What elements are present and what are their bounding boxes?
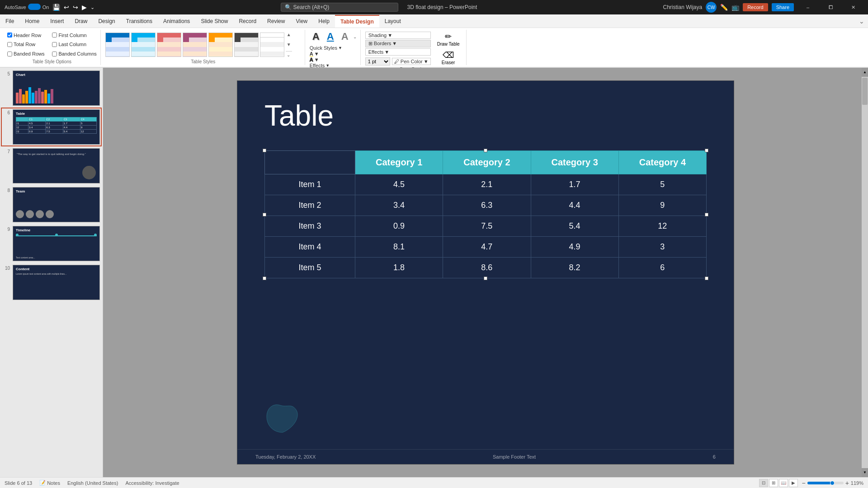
table-cell-item1-c3[interactable]: 1.7: [531, 174, 618, 195]
tab-table-design[interactable]: Table Design: [335, 15, 379, 28]
tab-record[interactable]: Record: [233, 15, 262, 27]
zoom-level[interactable]: 119%: [851, 480, 863, 486]
accessibility-button[interactable]: Accessibility: Investigate: [125, 480, 179, 486]
handle-bottom-left[interactable]: [263, 277, 266, 280]
last-column-checkbox[interactable]: [52, 42, 57, 47]
table-cell-item4-c2[interactable]: 4.7: [443, 237, 531, 258]
slide-thumb-10[interactable]: Content Lorem ipsum text content area wi…: [13, 265, 100, 300]
tab-insert[interactable]: Insert: [45, 15, 69, 27]
styles-scroll-up[interactable]: ▲: [286, 31, 292, 38]
handle-bottom-right[interactable]: [705, 277, 708, 280]
total-row-checkbox-label[interactable]: Total Row: [7, 41, 52, 49]
slide-item-7[interactable]: 7 "The way to get started is to quit tal…: [2, 147, 101, 184]
close-button[interactable]: ✕: [843, 0, 863, 14]
undo-icon[interactable]: ↩: [64, 4, 69, 11]
slide-sorter-button[interactable]: ⊞: [769, 479, 778, 487]
first-column-checkbox[interactable]: [52, 33, 57, 38]
header-row-checkbox-label[interactable]: Header Row: [7, 31, 52, 39]
table-cell-item3-c2[interactable]: 7.5: [443, 216, 531, 237]
wordart-a-2[interactable]: A: [324, 31, 337, 42]
banded-columns-checkbox-label[interactable]: Banded Columns: [52, 50, 96, 58]
tab-transitions[interactable]: Transitions: [121, 15, 158, 27]
banded-rows-checkbox[interactable]: [7, 52, 12, 56]
effects-button[interactable]: Effects ▼: [365, 48, 431, 56]
shading-button[interactable]: Shading ▼: [365, 32, 431, 39]
draw-table-button[interactable]: ✏ Draw Table: [434, 31, 462, 47]
scroll-down-arrow[interactable]: ▼: [862, 468, 868, 477]
wordart-dropdown[interactable]: ⌄: [353, 34, 357, 39]
tab-review[interactable]: Review: [262, 15, 290, 27]
table-style-3[interactable]: [157, 33, 181, 57]
slide-item-10[interactable]: 10 Content Lorem ipsum text content area…: [2, 264, 101, 301]
table-cell-item2-c4[interactable]: 9: [618, 195, 706, 216]
scroll-up-arrow[interactable]: ▲: [862, 68, 868, 77]
slide-item-8[interactable]: 8 Team: [2, 186, 101, 223]
slide-thumb-5[interactable]: Chart: [13, 70, 100, 106]
table-cell-item2[interactable]: Item 2: [265, 195, 355, 216]
handle-top-center[interactable]: [484, 149, 487, 152]
tab-file[interactable]: File: [0, 15, 19, 27]
zoom-out-button[interactable]: −: [802, 479, 805, 487]
table-header-cat4[interactable]: Category 4: [618, 151, 706, 174]
table-cell-item2-c3[interactable]: 4.4: [531, 195, 618, 216]
table-cell-item3-c3[interactable]: 5.4: [531, 216, 618, 237]
slide-thumb-6[interactable]: Table C1C2C3C4 I14.52.11.75 I23.46.34.49…: [13, 109, 100, 145]
slideshow-button[interactable]: ▶: [789, 479, 798, 487]
styles-more[interactable]: ⌄: [286, 51, 292, 58]
table-style-4[interactable]: [183, 33, 207, 57]
tab-draw[interactable]: Draw: [69, 15, 93, 27]
slide-thumb-8[interactable]: Team: [13, 187, 100, 222]
borders-button[interactable]: ⊞ Borders ▼: [365, 40, 431, 47]
collapse-ribbon-icon[interactable]: ⌄: [859, 18, 864, 25]
slide-item-6[interactable]: 6 Table C1C2C3C4 I14.52.11.75 I23.46.34.…: [2, 108, 101, 145]
table-header-cat1[interactable]: Category 1: [355, 151, 443, 174]
normal-view-button[interactable]: ⊡: [759, 479, 768, 487]
table-row[interactable]: Item 4 8.1 4.7 4.9 3: [265, 237, 707, 258]
tab-help[interactable]: Help: [313, 15, 335, 27]
last-column-checkbox-label[interactable]: Last Column: [52, 41, 96, 49]
total-row-checkbox[interactable]: [7, 42, 12, 47]
slide-item-9[interactable]: 9 Timeline Text content area...: [2, 225, 101, 262]
table-header-cat3[interactable]: Category 3: [531, 151, 618, 174]
table-style-6[interactable]: [234, 33, 259, 57]
table-style-2[interactable]: [131, 33, 156, 57]
table-cell-item1-c4[interactable]: 5: [618, 174, 706, 195]
table-cell-item4-c3[interactable]: 4.9: [531, 237, 618, 258]
record-button[interactable]: Record: [743, 3, 768, 11]
table-cell-item5-c3[interactable]: 8.2: [531, 258, 618, 278]
restore-button[interactable]: ⧠: [820, 0, 841, 14]
table-row[interactable]: Item 2 3.4 6.3 4.4 9: [265, 195, 707, 216]
border-width-select[interactable]: 1 pt2 pt3 pt: [365, 57, 390, 66]
table-cell-item4[interactable]: Item 4: [265, 237, 355, 258]
table-style-1[interactable]: [105, 33, 130, 57]
pen-color-button[interactable]: 🖊 Pen Color ▼: [392, 58, 431, 65]
banded-rows-checkbox-label[interactable]: Banded Rows: [7, 50, 52, 58]
tab-design[interactable]: Design: [93, 15, 120, 27]
table-style-7[interactable]: [260, 33, 284, 57]
zoom-slider[interactable]: [807, 482, 844, 484]
customize-qat-icon[interactable]: ⌄: [90, 5, 94, 10]
data-table[interactable]: Category 1 Category 2 Category 3 Categor…: [264, 150, 707, 278]
tab-layout[interactable]: Layout: [379, 15, 406, 27]
table-cell-item3[interactable]: Item 3: [265, 216, 355, 237]
tab-animations[interactable]: Animations: [158, 15, 195, 27]
table-cell-item3-c1[interactable]: 0.9: [355, 216, 443, 237]
handle-top-right[interactable]: [705, 149, 708, 152]
table-wrapper[interactable]: Category 1 Category 2 Category 3 Categor…: [264, 150, 707, 278]
vertical-scrollbar[interactable]: ▲ ▼: [862, 68, 868, 477]
handle-middle-right[interactable]: [705, 213, 708, 216]
autosave-toggle[interactable]: [28, 4, 41, 11]
minimize-button[interactable]: –: [797, 0, 818, 14]
zoom-slider-thumb[interactable]: [830, 481, 835, 485]
tab-view[interactable]: View: [290, 15, 313, 27]
present-icon[interactable]: ▶: [82, 4, 87, 11]
table-style-5[interactable]: [208, 33, 233, 57]
table-cell-item1[interactable]: Item 1: [265, 174, 355, 195]
table-row[interactable]: Item 3 0.9 7.5 5.4 12: [265, 216, 707, 237]
wordart-a-3[interactable]: A: [339, 31, 351, 42]
zoom-in-button[interactable]: +: [845, 479, 849, 487]
handle-bottom-center[interactable]: [484, 277, 487, 280]
table-row[interactable]: Item 1 4.5 2.1 1.7 5: [265, 174, 707, 195]
share-button[interactable]: Share: [772, 3, 794, 11]
redo-icon[interactable]: ↪: [73, 4, 78, 11]
